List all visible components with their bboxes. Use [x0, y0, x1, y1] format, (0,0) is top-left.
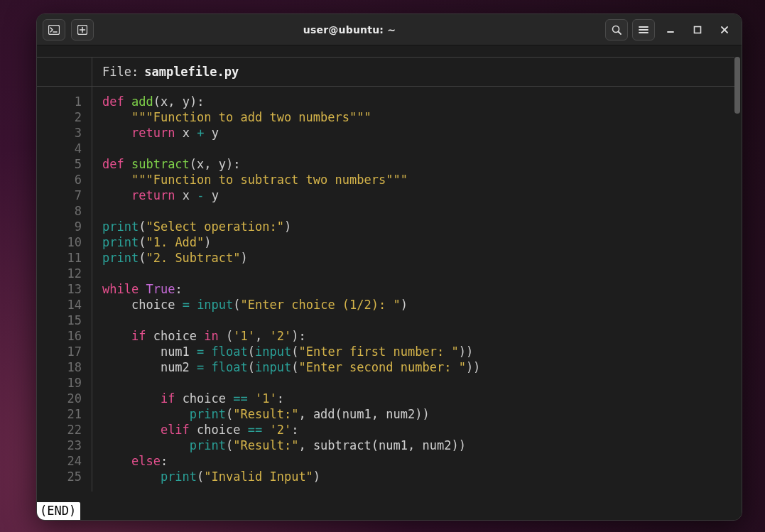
line-number: 14 — [37, 297, 82, 313]
close-button[interactable] — [713, 19, 736, 40]
maximize-button[interactable] — [686, 19, 709, 40]
search-button[interactable] — [605, 19, 628, 40]
code-line: if choice in ('1', '2'): — [102, 328, 480, 344]
svg-line-6 — [619, 31, 622, 34]
gutter-header — [37, 58, 92, 86]
line-number: 1 — [37, 94, 82, 109]
line-number: 10 — [37, 234, 82, 250]
line-number: 13 — [37, 281, 82, 297]
terminal-window: user@ubuntu: ~ File: — [36, 13, 742, 521]
svg-rect-11 — [695, 26, 701, 33]
line-number: 23 — [37, 438, 82, 453]
line-number: 16 — [37, 328, 82, 344]
line-number: 6 — [37, 172, 82, 188]
code-line: """Function to add two numbers""" — [102, 109, 480, 125]
code-line — [102, 313, 480, 328]
line-number: 25 — [37, 469, 82, 484]
new-tab-button[interactable] — [71, 19, 94, 40]
line-number: 2 — [37, 109, 82, 125]
code-line — [102, 203, 480, 219]
code-line: if choice == '1': — [102, 391, 480, 406]
close-icon — [720, 25, 729, 35]
file-name: samplefile.py — [144, 65, 239, 79]
window-title: user@ubuntu: ~ — [99, 24, 599, 36]
code-body: 1234567891011121314151617181920212223242… — [37, 87, 734, 492]
line-number: 9 — [37, 219, 82, 234]
line-number: 4 — [37, 141, 82, 156]
code-line: print("Select operation:") — [102, 219, 480, 234]
code-line: print("Invalid Input") — [102, 469, 480, 484]
minimize-button[interactable] — [659, 19, 682, 40]
line-number: 12 — [37, 266, 82, 281]
code-line: def subtract(x, y): — [102, 156, 480, 172]
minimize-icon — [666, 25, 676, 35]
terminal-content[interactable]: File: samplefile.py 12345678910111213141… — [37, 45, 742, 520]
file-viewer: File: samplefile.py 12345678910111213141… — [37, 57, 734, 520]
code-line: print("Result:", add(num1, num2)) — [102, 406, 480, 422]
code-line: return x + y — [102, 125, 480, 141]
file-label-prefix: File: — [102, 65, 139, 79]
line-number: 19 — [37, 375, 82, 391]
line-number: 3 — [37, 125, 82, 141]
terminal-icon — [48, 25, 60, 35]
code-line — [102, 266, 480, 281]
code-line: else: — [102, 453, 480, 469]
line-number: 18 — [37, 359, 82, 375]
line-number: 15 — [37, 313, 82, 328]
line-number: 17 — [37, 344, 82, 359]
search-icon — [611, 24, 622, 36]
code-line: print("Result:", subtract(num1, num2)) — [102, 438, 480, 453]
line-number: 5 — [37, 156, 82, 172]
code-line: num1 = float(input("Enter first number: … — [102, 344, 480, 359]
code-area: def add(x, y): """Function to add two nu… — [92, 87, 480, 492]
svg-rect-0 — [49, 25, 60, 34]
line-number-gutter: 1234567891011121314151617181920212223242… — [37, 87, 92, 492]
code-line: elif choice == '2': — [102, 422, 480, 438]
hamburger-icon — [638, 25, 649, 35]
file-header: File: samplefile.py — [37, 57, 734, 87]
scrollbar-thumb[interactable] — [734, 57, 740, 114]
maximize-icon — [693, 26, 702, 34]
code-line: num2 = float(input("Enter second number:… — [102, 359, 480, 375]
code-line: def add(x, y): — [102, 94, 480, 109]
plus-icon — [77, 25, 87, 35]
code-line — [102, 141, 480, 156]
line-number: 22 — [37, 422, 82, 438]
line-number: 21 — [37, 406, 82, 422]
code-line: while True: — [102, 281, 480, 297]
code-line: return x - y — [102, 188, 480, 203]
code-line: choice = input("Enter choice (1/2): ") — [102, 297, 480, 313]
titlebar: user@ubuntu: ~ — [37, 14, 742, 45]
line-number: 7 — [37, 188, 82, 203]
line-number: 24 — [37, 453, 82, 469]
code-line: """Function to subtract two numbers""" — [102, 172, 480, 188]
line-number: 20 — [37, 391, 82, 406]
menu-button[interactable] — [632, 19, 655, 40]
code-line: print("1. Add") — [102, 234, 480, 250]
pager-end-indicator: (END) — [37, 502, 80, 520]
line-number: 11 — [37, 250, 82, 266]
code-line — [102, 375, 480, 391]
code-line: print("2. Subtract") — [102, 250, 480, 266]
line-number: 8 — [37, 203, 82, 219]
terminal-icon-button[interactable] — [43, 19, 65, 40]
